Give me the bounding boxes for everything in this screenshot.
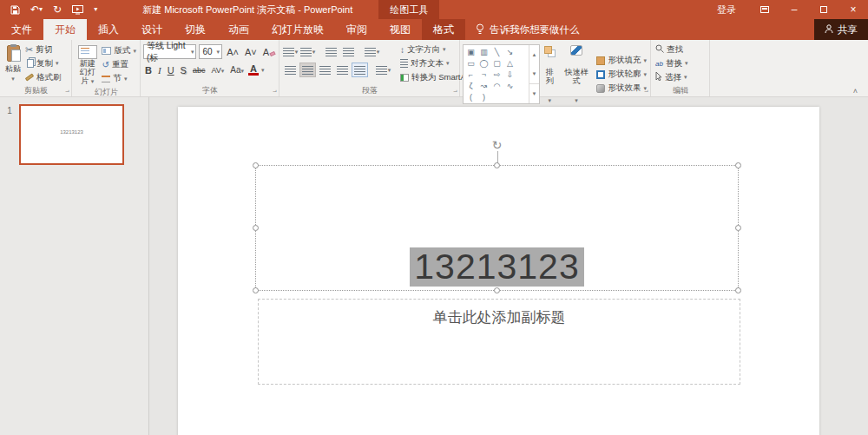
text-shadow-button[interactable]: S [179, 65, 188, 76]
line-spacing-button[interactable]: ▾ [364, 44, 380, 59]
clear-formatting-button[interactable]: A [261, 47, 277, 57]
section-button[interactable]: 节▾ [100, 72, 138, 85]
shrink-font-button[interactable]: A˅ [243, 47, 259, 57]
find-button[interactable]: 查找 [654, 43, 689, 56]
bold-button[interactable]: B [143, 65, 154, 76]
tab-file[interactable]: 文件 [0, 19, 43, 40]
shape-gallery-item[interactable]: ⌐ [464, 69, 477, 80]
minimize-button[interactable]: – [779, 0, 809, 19]
shape-gallery-item[interactable]: ▢ [490, 57, 503, 69]
shape-gallery-item[interactable]: ▥ [477, 46, 490, 57]
copy-button[interactable]: 复制▾ [23, 57, 63, 70]
font-color-chevron-icon[interactable]: ▾ [261, 67, 265, 74]
subtitle-placeholder[interactable]: 单击此处添加副标题 [258, 299, 740, 385]
tab-format[interactable]: 格式 [422, 19, 465, 40]
decrease-indent-button[interactable] [323, 44, 339, 59]
cut-button[interactable]: ✂剪切 [23, 43, 63, 56]
slide-canvas[interactable]: ↻ 13213123 单击此处添加副标题 [178, 107, 819, 435]
format-painter-button[interactable]: 格式刷 [23, 71, 63, 84]
font-size-combo[interactable]: 60▾ [199, 44, 222, 59]
font-color-button[interactable]: A [248, 64, 259, 76]
resize-handle-top-center[interactable] [494, 162, 500, 168]
shape-fill-button[interactable]: 形状填充▾ [595, 54, 648, 67]
shape-effects-button[interactable]: 形状效果▾ [595, 82, 648, 95]
tab-insert[interactable]: 插入 [87, 19, 130, 40]
tab-home[interactable]: 开始 [43, 19, 87, 40]
reset-button[interactable]: ↺重置 [100, 58, 138, 71]
change-case-button[interactable]: Aa▾ [228, 65, 246, 75]
resize-handle-middle-left[interactable] [253, 225, 259, 231]
shape-gallery-item[interactable]: ╲ [490, 46, 503, 57]
shape-gallery-item[interactable]: ▣ [464, 46, 477, 57]
increase-indent-button[interactable] [340, 44, 357, 59]
align-text-icon [400, 59, 408, 68]
italic-button[interactable]: I [156, 65, 163, 76]
rotation-handle-icon[interactable]: ↻ [492, 139, 503, 151]
character-spacing-button[interactable]: AV▾ [209, 66, 226, 75]
shapes-scroll-up-icon[interactable]: ▲ [529, 45, 539, 64]
selected-title-text[interactable]: 13213123 [410, 247, 583, 287]
replace-button[interactable]: ab替换▾ [654, 57, 689, 70]
select-button[interactable]: 选择▾ [654, 71, 689, 84]
tab-design[interactable]: 设计 [130, 19, 174, 40]
dialog-launcher-icon[interactable]: ⌐ [273, 88, 277, 95]
align-right-button[interactable] [317, 63, 333, 77]
shape-gallery-item[interactable]: ∿ [503, 80, 516, 91]
shape-gallery-item[interactable]: ▭ [464, 57, 477, 69]
dialog-launcher-icon[interactable]: ⌐ [644, 88, 648, 95]
tab-review[interactable]: 审阅 [335, 19, 378, 40]
layout-button[interactable]: 版式▾ [100, 44, 138, 57]
strikethrough-button[interactable]: abc [191, 66, 207, 75]
tell-me-box[interactable]: 告诉我你想要做什么 [476, 19, 580, 40]
tab-view[interactable]: 视图 [378, 19, 422, 40]
shape-gallery-item[interactable]: ↝ [477, 80, 490, 91]
bullets-button[interactable]: ▾ [282, 44, 299, 59]
ribbon-display-options-icon[interactable] [750, 0, 779, 19]
shape-gallery-item[interactable]: ⇩ [503, 69, 516, 80]
resize-handle-middle-right[interactable] [735, 225, 741, 231]
shape-gallery-item[interactable]: ⇨ [490, 69, 503, 80]
title-placeholder[interactable]: ↻ 13213123 [255, 165, 739, 291]
distribute-text-button[interactable] [352, 63, 368, 77]
resize-handle-bottom-center[interactable] [494, 287, 500, 293]
align-center-button[interactable] [299, 63, 316, 77]
undo-icon[interactable]: ↶▾ [30, 4, 43, 15]
tab-slideshow[interactable]: 幻灯片放映 [260, 19, 335, 40]
restore-button[interactable] [809, 0, 838, 19]
numbering-button[interactable]: ▾ [299, 44, 316, 59]
tab-animations[interactable]: 动画 [217, 19, 260, 40]
ribbon: 粘贴 ▾ ✂剪切 复制▾ 格式刷 剪贴板 ⌐ 新建幻灯片 ▾ 版式▾ ↺重置 节… [0, 40, 868, 97]
dialog-launcher-icon[interactable]: ⌐ [453, 88, 457, 95]
align-left-button[interactable] [282, 63, 299, 77]
shape-gallery-item[interactable]: ↘ [503, 46, 516, 57]
paste-button[interactable]: 粘贴 ▾ [3, 43, 23, 84]
shape-gallery-item[interactable]: ◠ [490, 80, 503, 91]
share-button[interactable]: 共享 [814, 19, 868, 40]
shape-outline-button[interactable]: 形状轮廓▾ [595, 68, 648, 81]
save-icon[interactable] [10, 5, 20, 15]
shape-gallery-item[interactable]: ζ [464, 80, 477, 91]
resize-handle-bottom-left[interactable] [253, 287, 259, 293]
tab-transitions[interactable]: 切换 [174, 19, 217, 40]
shape-gallery-item[interactable]: ◯ [477, 57, 490, 69]
justify-button[interactable] [334, 63, 351, 77]
resize-handle-bottom-right[interactable] [735, 287, 741, 293]
redo-icon[interactable]: ↻ [53, 4, 62, 15]
new-slide-button[interactable]: 新建幻灯片 ▾ [75, 43, 100, 87]
customize-qat-icon[interactable]: ▾ [94, 4, 97, 15]
collapse-ribbon-icon[interactable]: ˄ [853, 87, 858, 96]
resize-handle-top-right[interactable] [735, 162, 741, 168]
columns-button[interactable]: ▾ [375, 63, 391, 77]
grow-font-button[interactable]: A˄ [225, 47, 240, 57]
dialog-launcher-icon[interactable]: ⌐ [65, 88, 69, 95]
font-name-combo[interactable]: 等线 Light (标▾ [143, 44, 196, 59]
sign-in-button[interactable]: 登录 [703, 3, 750, 16]
slide-thumbnail[interactable]: 13213123 [19, 104, 124, 165]
resize-handle-top-left[interactable] [253, 162, 259, 168]
underline-button[interactable]: U [166, 65, 176, 76]
close-button[interactable]: × [838, 0, 868, 19]
shapes-scroll-down-icon[interactable]: ▼ [529, 64, 539, 83]
shape-gallery-item[interactable]: ¬ [477, 69, 490, 80]
shape-gallery-item[interactable]: △ [503, 57, 516, 69]
start-slideshow-icon[interactable] [72, 5, 83, 15]
